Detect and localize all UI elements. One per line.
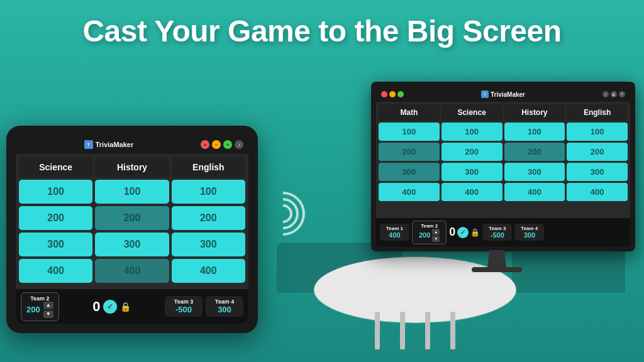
tv-lock-icon: 🔒 (470, 228, 480, 237)
tv-center-controls: 0 ✓ 🔒 (449, 226, 480, 239)
tv-cell-history-300[interactable]: 300 (504, 163, 565, 181)
phone-app-logo: T TriviaMaker (84, 140, 134, 149)
phone-close-btn[interactable]: × (201, 140, 209, 149)
table-row: 200 200 200 200 (379, 143, 628, 161)
table-row: 300 300 300 (19, 233, 245, 256)
tv-cell-math-400[interactable]: 400 (379, 183, 440, 201)
phone-cell-science-100[interactable]: 100 (19, 180, 92, 204)
tv-close-btn (381, 91, 387, 97)
phone-team2-score: Team 2 200 ▲ ▼ (21, 292, 59, 321)
tv-cell-history-100[interactable]: 100 (504, 123, 565, 141)
table-row: 200 200 200 (19, 206, 245, 230)
phone-cell-science-200[interactable]: 200 (19, 206, 92, 230)
phone-cell-history-300[interactable]: 300 (95, 233, 169, 256)
tv-cell-history-200[interactable]: 200 (504, 143, 565, 161)
phone-team4-points: 300 (218, 305, 231, 314)
signal-arcs (258, 189, 308, 239)
phone-col-history: History (95, 157, 169, 177)
phone-score-up[interactable]: ▲ (43, 302, 53, 309)
tv-col-math: Math (379, 104, 440, 121)
tv-logo-icon: T (481, 90, 489, 98)
tv-cell-english-300[interactable]: 300 (567, 163, 628, 181)
tv-cell-english-200[interactable]: 200 (567, 143, 628, 161)
phone-team2-points: 200 (26, 305, 40, 314)
tv-col-english: English (567, 104, 628, 121)
phone-team3-name: Team 3 (174, 299, 193, 305)
tv-cell-math-200[interactable]: 200 (379, 143, 440, 161)
phone-lock-icon: 🔒 (120, 302, 131, 312)
phone-cell-science-400[interactable]: 400 (19, 259, 92, 283)
table-row: 400 400 400 (19, 259, 245, 283)
phone-team4-score: Team 4 300 (206, 296, 243, 317)
phone-team4-name: Team 4 (215, 299, 234, 305)
phone-titlebar: T TriviaMaker × − + ♪ (16, 135, 248, 154)
phone-game-grid: Science History English 100 100 100 200 … (16, 154, 248, 289)
phone-cell-english-100[interactable]: 100 (172, 180, 245, 204)
tv-team1-score: Team 1 400 (380, 224, 409, 241)
tv-cell-science-100[interactable]: 100 (441, 123, 502, 141)
tv-window-controls (381, 91, 404, 97)
phone-scoreboard: Team 2 200 ▲ ▼ 0 ✓ 🔒 Team 3 -500 Te (16, 289, 248, 324)
cast-signal (245, 182, 321, 245)
tv-score-up[interactable]: ▲ (432, 229, 440, 235)
signal-arc-large (252, 183, 314, 245)
tv-cell-english-100[interactable]: 100 (567, 123, 628, 141)
tv-stand (487, 250, 506, 269)
table-row: 400 400 400 400 (379, 183, 628, 201)
tv-team1-points: 400 (389, 231, 400, 239)
tv-team2-points: 200 (419, 231, 430, 239)
tv-team2-input: 200 ▲ ▼ (419, 229, 440, 242)
tv-team1-name: Team 1 (386, 226, 403, 231)
tv-team3-points: -500 (491, 231, 504, 239)
tv-team4-points: 300 (524, 231, 535, 239)
tv-scoreboard: Team 1 400 Team 2 200 ▲ ▼ 0 ✓ 🔒 Tea (376, 218, 630, 246)
phone-check-button[interactable]: ✓ (103, 300, 117, 314)
table-row: 100 100 100 (19, 180, 245, 204)
phone-min-btn[interactable]: − (212, 140, 221, 149)
phone-cell-history-200[interactable]: 200 (95, 206, 169, 230)
tv-cell-math-300[interactable]: 300 (379, 163, 440, 181)
tv-score-down[interactable]: ▼ (432, 236, 440, 242)
tv-team3-name: Team 3 (489, 226, 506, 231)
tv-team2-score: Team 2 200 ▲ ▼ (412, 221, 447, 244)
phone-screen: T TriviaMaker × − + ♪ Science History En… (16, 135, 248, 324)
phone-team2-name: Team 2 (30, 295, 49, 302)
phone-cell-english-300[interactable]: 300 (172, 233, 245, 256)
tv-cell-english-400[interactable]: 400 (567, 183, 628, 201)
tv-team2-name: Team 2 (421, 223, 438, 229)
phone-window-controls: × − + ♪ (201, 140, 243, 149)
table-legs (365, 312, 465, 349)
tv-game-grid: Math Science History English 100 100 100… (376, 102, 630, 218)
phone-team3-score: Team 3 -500 (165, 296, 203, 317)
phone-cell-history-100[interactable]: 100 (95, 180, 169, 204)
phone-score-down[interactable]: ▼ (43, 310, 53, 318)
phone-col-science: Science (19, 157, 92, 177)
phone-app-name: TriviaMaker (96, 141, 134, 148)
phone-column-headers: Science History English (19, 157, 245, 177)
phone-current-score: 0 (92, 299, 100, 315)
tv-team4-name: Team 4 (521, 226, 538, 231)
phone-col-english: English (172, 157, 245, 177)
table-leg (400, 312, 405, 349)
tv-settings-btn: ⚙ (611, 91, 617, 97)
tv-cell-history-400[interactable]: 400 (504, 183, 565, 201)
tv-music-btn: ♪ (602, 91, 609, 97)
tv-cell-science-300[interactable]: 300 (441, 163, 502, 181)
phone-cell-english-400[interactable]: 400 (172, 259, 245, 283)
phone-cell-science-300[interactable]: 300 (19, 233, 92, 256)
tv-monitor: T TriviaMaker ♪ ⚙ ? Math Science History… (371, 82, 635, 251)
phone-music-btn[interactable]: ♪ (235, 140, 243, 149)
phone-team3-points: -500 (175, 305, 192, 314)
table-leg (450, 312, 455, 349)
phone-cell-english-200[interactable]: 200 (172, 206, 245, 230)
phone-cell-history-400[interactable]: 400 (95, 259, 169, 283)
phone-max-btn[interactable]: + (223, 140, 232, 149)
tv-screen: T TriviaMaker ♪ ⚙ ? Math Science History… (376, 87, 630, 246)
tv-check-button[interactable]: ✓ (457, 227, 469, 238)
tv-cell-science-200[interactable]: 200 (441, 143, 502, 161)
tv-grid-rows: 100 100 100 100 200 200 200 200 300 300 … (379, 123, 628, 216)
phone-logo-icon: T (84, 140, 93, 149)
tv-cell-science-400[interactable]: 400 (441, 183, 502, 201)
tv-cell-math-100[interactable]: 100 (379, 123, 440, 141)
tv-stand-base (472, 267, 522, 272)
